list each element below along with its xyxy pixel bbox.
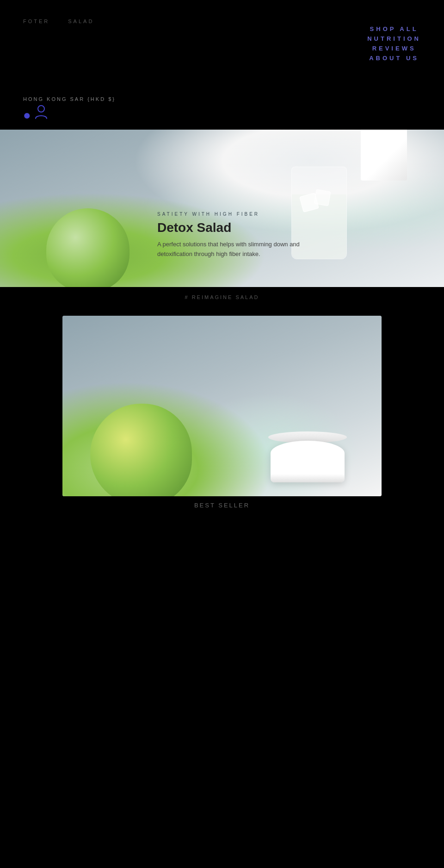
region-selector[interactable]: HONG KONG SAR {HKD $} bbox=[23, 96, 116, 102]
hero-title: Detox Salad bbox=[157, 220, 333, 235]
product-section: BEST SELLER bbox=[0, 306, 444, 523]
logo-part1: FOTER bbox=[23, 19, 49, 24]
nav-reviews[interactable]: REVIEWS bbox=[372, 45, 416, 52]
logo-part2: SALAD bbox=[68, 19, 94, 24]
bottom-area bbox=[0, 523, 444, 801]
hero-section: SATIETY WITH HIGH FIBER Detox Salad A pe… bbox=[0, 130, 444, 287]
product-label-text: BEST SELLER bbox=[194, 502, 250, 509]
product-container-hero-top bbox=[361, 130, 407, 181]
logo-area: FOTER SALAD bbox=[23, 19, 94, 24]
hero-text-overlay: SATIETY WITH HIGH FIBER Detox Salad A pe… bbox=[157, 212, 333, 259]
svg-point-0 bbox=[38, 106, 44, 112]
nav-nutrition[interactable]: NUTRITION bbox=[367, 35, 421, 42]
header: FOTER SALAD SHOP ALL NUTRITION REVIEWS A… bbox=[0, 0, 444, 130]
transition-band: # Reimagine Salad bbox=[0, 287, 444, 306]
apple-image-product bbox=[90, 404, 192, 496]
ice-cube-2 bbox=[314, 189, 331, 206]
product-image-wrapper bbox=[62, 316, 382, 496]
nav-about-us[interactable]: ABOUT US bbox=[369, 55, 419, 62]
transition-text: # Reimagine Salad bbox=[185, 294, 259, 300]
hero-description: A perfect solutions that helps with slim… bbox=[157, 240, 333, 259]
user-icon-area[interactable]: ● bbox=[23, 105, 48, 123]
apple-image-hero bbox=[46, 208, 130, 287]
product-container-image bbox=[271, 441, 345, 482]
hero-label: SATIETY WITH HIGH FIBER bbox=[157, 212, 333, 217]
nav-shop-all[interactable]: SHOP ALL bbox=[370, 25, 419, 32]
user-icon[interactable]: ● bbox=[23, 108, 48, 122]
product-label-band: BEST SELLER bbox=[23, 496, 421, 514]
nav-menu: SHOP ALL NUTRITION REVIEWS ABOUT US bbox=[367, 25, 421, 62]
